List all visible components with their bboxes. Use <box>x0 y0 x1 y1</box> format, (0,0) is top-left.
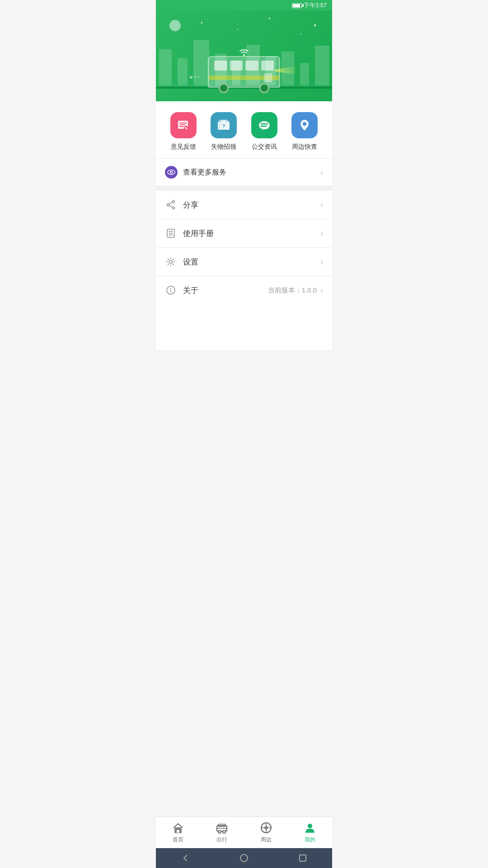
svg-point-19 <box>173 201 175 203</box>
bus-window-4 <box>261 61 274 71</box>
action-bus-info[interactable]: 公交资讯 <box>249 112 280 151</box>
bus-info-icon <box>257 118 272 132</box>
svg-point-21 <box>173 207 175 209</box>
bus-illustration <box>208 56 280 88</box>
svg-text:?: ? <box>222 123 225 129</box>
svg-text:✎: ✎ <box>184 127 188 131</box>
svg-line-23 <box>169 205 172 208</box>
battery-icon <box>292 3 302 8</box>
action-nearby[interactable]: 周边快查 <box>289 112 320 151</box>
nearby-label: 周边快查 <box>292 143 317 151</box>
bus-wheel-right <box>259 83 269 93</box>
nearby-icon-bg <box>291 112 318 138</box>
menu-about[interactable]: 关于 当前版本：1.0.0 › <box>156 276 332 304</box>
view-more-chevron: › <box>320 168 323 177</box>
lost-found-label: 失物招领 <box>211 143 236 151</box>
star-5 <box>314 24 316 26</box>
status-bar: 下午3:57 <box>156 0 332 11</box>
exhaust-dot-1 <box>190 76 192 79</box>
exhaust-dot-3 <box>198 76 199 77</box>
settings-icon <box>165 256 177 268</box>
main-content: ✎ 意见反馈 ? 失物招领 <box>156 101 332 350</box>
bus-window-2 <box>230 61 243 71</box>
about-version: 当前版本：1.0.0 <box>268 286 317 295</box>
star-1 <box>201 22 202 24</box>
bus-windows <box>209 57 279 71</box>
building-2 <box>178 58 188 85</box>
feedback-icon: ✎ <box>176 118 191 132</box>
svg-point-15 <box>303 122 306 126</box>
banner <box>156 11 332 101</box>
quick-actions: ✎ 意见反馈 ? 失物招领 <box>156 101 332 158</box>
gray-separator <box>156 186 332 191</box>
svg-point-20 <box>167 204 169 206</box>
bus-wheel-left <box>219 83 229 93</box>
star-4 <box>300 33 301 34</box>
manual-icon <box>165 227 177 239</box>
lost-found-icon: ? <box>216 118 231 132</box>
about-icon <box>165 284 177 296</box>
menu-share[interactable]: 分享 › <box>156 191 332 219</box>
status-time: 下午3:57 <box>304 1 327 9</box>
manual-chevron: › <box>320 229 323 238</box>
manual-label: 使用手册 <box>183 228 320 239</box>
bus-body <box>208 56 280 88</box>
share-icon <box>165 199 177 211</box>
view-more-text: 查看更多服务 <box>183 168 320 177</box>
view-more-services[interactable]: 查看更多服务 › <box>156 159 332 186</box>
lost-found-icon-bg: ? <box>211 112 237 138</box>
building-1 <box>159 49 172 85</box>
action-lost-found[interactable]: ? 失物招领 <box>208 112 239 151</box>
wifi-signal <box>237 47 251 56</box>
menu-section: 分享 › 使用手册 › <box>156 191 332 304</box>
feedback-icon-bg: ✎ <box>170 112 197 138</box>
svg-point-31 <box>170 288 171 289</box>
share-label: 分享 <box>183 200 320 210</box>
about-label: 关于 <box>183 285 268 296</box>
settings-chevron: › <box>320 257 323 267</box>
svg-rect-8 <box>221 120 226 123</box>
share-chevron: › <box>320 200 323 210</box>
feedback-label: 意见反馈 <box>171 143 196 151</box>
star-3 <box>269 18 270 19</box>
action-feedback[interactable]: ✎ 意见反馈 <box>168 112 199 151</box>
bus-window-3 <box>245 61 258 71</box>
settings-label: 设置 <box>183 257 320 267</box>
svg-line-22 <box>169 202 172 204</box>
building-9 <box>300 63 309 85</box>
building-3 <box>193 40 209 85</box>
view-more-icon <box>165 166 178 179</box>
menu-settings[interactable]: 设置 › <box>156 248 332 276</box>
svg-point-28 <box>169 260 173 264</box>
building-10 <box>315 46 329 85</box>
exhaust-dot-2 <box>194 76 196 78</box>
bus-exhaust <box>190 76 199 79</box>
star-2 <box>237 29 238 30</box>
menu-manual[interactable]: 使用手册 › <box>156 219 332 248</box>
bus-door <box>264 73 272 82</box>
about-chevron: › <box>320 286 323 295</box>
bus-info-label: 公交资讯 <box>252 143 277 151</box>
moon-decoration <box>169 20 181 31</box>
eye-icon <box>167 168 175 176</box>
nearby-icon <box>297 118 312 132</box>
bus-window-1 <box>214 61 227 71</box>
svg-point-18 <box>171 172 172 173</box>
bus-info-icon-bg <box>251 112 277 138</box>
